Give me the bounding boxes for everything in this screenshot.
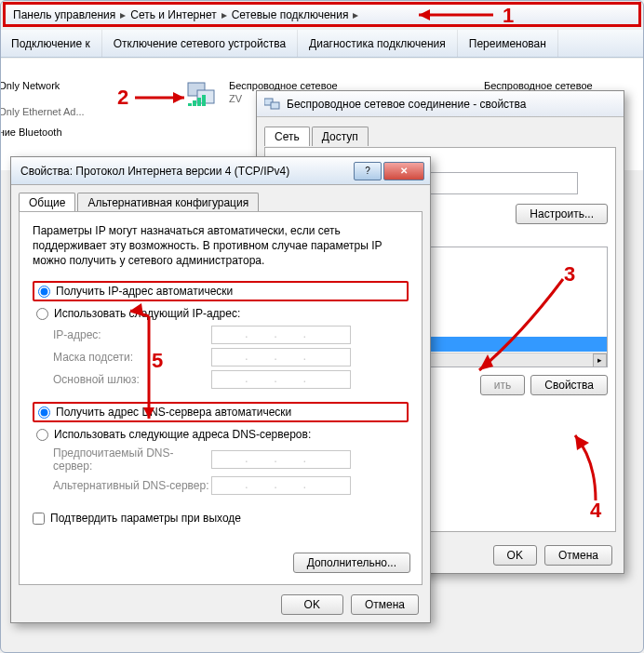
toolbar-item-3[interactable]: Переименован (458, 30, 558, 57)
label-gateway: Основной шлюз: (53, 373, 211, 386)
svg-rect-5 (202, 95, 206, 106)
network-icon (264, 97, 281, 111)
radio-dns-manual[interactable]: Использовать следующие адреса DNS-сервер… (33, 426, 409, 443)
label-ip: IP-адрес: (53, 328, 211, 341)
svg-rect-3 (193, 100, 196, 106)
toolbar-item-0[interactable]: Подключение к (0, 30, 102, 57)
breadcrumb-item-0[interactable]: Панель управления (9, 8, 119, 21)
input-gateway: . . . (211, 370, 351, 389)
help-button[interactable]: ? (354, 162, 382, 180)
radio-dns-auto-input[interactable] (38, 406, 50, 419)
radio-dns-auto[interactable]: Получить адрес DNS-сервера автоматически (33, 402, 409, 422)
radio-ip-auto-label: Получить IP-адрес автоматически (56, 285, 233, 298)
breadcrumb-item-1[interactable]: Сеть и Интернет (127, 8, 220, 21)
toolbar-item-1[interactable]: Отключение сетевого устройства (102, 30, 298, 57)
input-mask: . . . (211, 348, 351, 366)
info-paragraph: Параметры IP могут назначаться автоматич… (33, 223, 409, 268)
radio-dns-manual-label: Использовать следующие адреса DNS-сервер… (54, 428, 311, 441)
connection-item[interactable]: Box Host-Only Network чено Box Host-Only… (0, 79, 186, 118)
input-dns1: . . . (211, 450, 351, 469)
radio-ip-manual-label: Использовать следующий IP-адрес: (54, 307, 240, 320)
network-adapter-icon (186, 79, 223, 112)
properties-dialog-ipv4: Свойства: Протокол Интернета версии 4 (T… (10, 156, 431, 623)
checkbox-validate[interactable]: Подтвердить параметры при выходе (33, 512, 409, 525)
tab-network[interactable]: Сеть (264, 127, 310, 146)
dialog-titlebar[interactable]: Свойства: Протокол Интернета версии 4 (T… (11, 157, 430, 185)
radio-dns-auto-label: Получить адрес DNS-сервера автоматически (56, 406, 291, 419)
dialog-titlebar[interactable]: Беспроводное сетевое соединение - свойст… (257, 91, 624, 117)
label-dns1: Предпочитаемый DNS-сервер: (53, 446, 211, 473)
dialog-title: Свойства: Протокол Интернета версии 4 (T… (20, 165, 289, 178)
input-ip: . . . (211, 326, 351, 344)
ok-button[interactable]: OK (493, 545, 537, 566)
connection-status: чено (0, 92, 85, 105)
svg-rect-4 (197, 98, 201, 106)
chevron-right-icon: ▸ (221, 8, 228, 21)
tab-alt-config[interactable]: Альтернативная конфигурация (77, 193, 259, 212)
input-dns2: . . . (211, 476, 351, 495)
radio-ip-manual[interactable]: Использовать следующий IP-адрес: (33, 305, 409, 322)
close-button[interactable]: ✕ (383, 162, 424, 180)
connection-detail: Box Host-Only Ethernet Ad... (0, 105, 85, 118)
dialog-title: Беспроводное сетевое соединение - свойст… (287, 98, 527, 111)
ok-button[interactable]: OK (281, 594, 343, 615)
connection-item[interactable]: е подключение Bluetooth (0, 126, 177, 139)
dialog-tabs: Общие Альтернативная конфигурация (11, 185, 430, 212)
tab-access[interactable]: Доступ (312, 127, 369, 146)
radio-ip-manual-input[interactable] (36, 308, 48, 320)
checkbox-validate-input[interactable] (33, 513, 45, 525)
connection-name: е подключение Bluetooth (0, 126, 62, 139)
label-mask: Маска подсети: (53, 351, 211, 364)
radio-dns-manual-input[interactable] (36, 429, 48, 441)
chevron-right-icon: ▸ (119, 8, 127, 21)
checkbox-validate-label: Подтвердить параметры при выходе (50, 512, 241, 525)
scroll-right-icon[interactable]: ▸ (593, 353, 607, 367)
configure-button[interactable]: Настроить... (516, 204, 608, 224)
install-button[interactable]: ить (480, 375, 525, 395)
radio-ip-auto[interactable]: Получить IP-адрес автоматически (33, 281, 409, 301)
toolbar-item-2[interactable]: Диагностика подключения (298, 30, 458, 57)
breadcrumb[interactable]: Панель управления ▸ Сеть и Интернет ▸ Се… (3, 2, 641, 27)
connection-name: Box Host-Only Network (0, 79, 85, 92)
label-dns2: Альтернативный DNS-сервер: (53, 479, 211, 492)
cancel-button[interactable]: Отмена (544, 545, 612, 566)
advanced-button[interactable]: Дополнительно... (293, 553, 410, 573)
toolbar: Подключение к Отключение сетевого устрой… (0, 30, 644, 58)
breadcrumb-item-2[interactable]: Сетевые подключения (228, 8, 353, 21)
svg-rect-7 (271, 102, 279, 109)
cancel-button[interactable]: Отмена (351, 594, 419, 615)
svg-rect-2 (188, 103, 192, 106)
properties-button[interactable]: Свойства (530, 375, 608, 395)
tab-general[interactable]: Общие (19, 193, 75, 212)
chevron-right-icon: ▸ (352, 8, 359, 21)
dialog-tabs: Сеть Доступ (257, 117, 624, 146)
radio-ip-auto-input[interactable] (38, 286, 50, 298)
